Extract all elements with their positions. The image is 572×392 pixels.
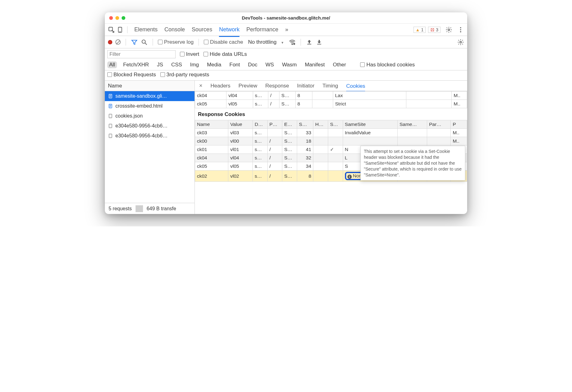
- column-header[interactable]: SameSite: [343, 120, 397, 129]
- type-chip-fetch[interactable]: Fetch/XHR: [121, 61, 151, 68]
- column-header[interactable]: P…: [267, 120, 282, 129]
- type-filter-row: All Fetch/XHR JS CSS Img Media Font Doc …: [105, 60, 467, 70]
- table-row[interactable]: ck00vl00s…/S…18M..: [195, 137, 467, 145]
- file-icon: [108, 94, 113, 99]
- request-name: e304e580-9956-4cb6…: [115, 133, 168, 139]
- column-header[interactable]: P: [451, 120, 467, 129]
- filter-input[interactable]: [107, 50, 176, 58]
- detail-tab-headers[interactable]: Headers: [211, 81, 230, 91]
- request-name: e304e580-9956-4cb6…: [115, 123, 168, 129]
- request-item[interactable]: cookies.json: [105, 111, 194, 121]
- column-header[interactable]: Par…: [427, 120, 451, 129]
- tabs-overflow-button[interactable]: »: [285, 24, 288, 35]
- file-icon: [108, 133, 113, 138]
- search-icon[interactable]: [141, 39, 148, 46]
- detail-tab-timing[interactable]: Timing: [323, 81, 338, 91]
- invert-checkbox[interactable]: Invert: [180, 51, 199, 57]
- tab-network[interactable]: Network: [219, 24, 239, 37]
- column-header[interactable]: S…: [297, 120, 313, 129]
- type-chip-ws[interactable]: WS: [264, 61, 276, 68]
- main-tabs: Elements Console Sources Network Perform…: [134, 24, 288, 35]
- column-header[interactable]: H…: [313, 120, 328, 129]
- request-item[interactable]: e304e580-9956-4cb6…: [105, 131, 194, 141]
- tab-performance[interactable]: Performance: [246, 24, 278, 35]
- secure-check-icon: ✓: [330, 147, 334, 152]
- throttling-select[interactable]: No throttling ▼: [246, 39, 286, 45]
- close-detail-button[interactable]: ×: [199, 82, 203, 89]
- kebab-menu-icon[interactable]: [457, 26, 464, 33]
- filter-toggle-icon[interactable]: [131, 39, 138, 46]
- upload-icon[interactable]: [306, 39, 313, 46]
- table-row[interactable]: ck05vl05s…/S…8StrictM..: [195, 100, 467, 108]
- type-chip-media[interactable]: Media: [205, 61, 223, 68]
- type-chip-manifest[interactable]: Manifest: [303, 61, 327, 68]
- svg-line-8: [145, 43, 147, 45]
- svg-rect-23: [109, 124, 112, 128]
- detail-tab-preview[interactable]: Preview: [239, 81, 257, 91]
- table-row[interactable]: ck04vl04s…/S…8LaxM..: [195, 91, 467, 100]
- has-blocked-cookies-checkbox[interactable]: Has blocked cookies: [360, 62, 415, 68]
- svg-point-7: [142, 40, 145, 43]
- detail-tab-cookies[interactable]: Cookies: [346, 82, 365, 92]
- clear-button[interactable]: [115, 39, 121, 45]
- tab-sources[interactable]: Sources: [192, 24, 212, 35]
- blocked-requests-checkbox[interactable]: Blocked Requests: [107, 72, 156, 78]
- transfer-size: 649 B transfe: [143, 206, 180, 212]
- inspect-icon[interactable]: [108, 26, 115, 33]
- download-icon[interactable]: [316, 39, 323, 46]
- detail-tab-initiator[interactable]: Initiator: [297, 81, 315, 91]
- request-item[interactable]: crosssite-embed.html: [105, 101, 194, 111]
- title-bar: DevTools - samesite-sandbox.glitch.me/: [105, 12, 467, 24]
- filter-row: Invert Hide data URLs: [105, 48, 467, 60]
- file-icon: [108, 114, 113, 118]
- request-item[interactable]: e304e580-9956-4cb6…: [105, 121, 194, 131]
- network-conditions-icon[interactable]: [289, 39, 296, 46]
- svg-rect-22: [109, 114, 112, 118]
- body-area: Name samesite-sandbox.gli… crosssite-emb…: [105, 81, 467, 214]
- column-header[interactable]: Value: [228, 120, 253, 129]
- svg-point-9: [292, 44, 293, 45]
- column-header[interactable]: E…: [282, 120, 297, 129]
- warnings-badge[interactable]: ▲1: [413, 27, 426, 33]
- errors-badge[interactable]: ⛝3: [428, 27, 440, 33]
- info-icon: i: [347, 175, 352, 179]
- third-party-checkbox[interactable]: 3rd-party requests: [160, 72, 209, 78]
- settings-gear-icon[interactable]: [445, 26, 452, 33]
- type-chip-other[interactable]: Other: [331, 61, 348, 68]
- response-cookies-title: Response Cookies: [195, 108, 467, 120]
- record-toggle[interactable]: [108, 40, 112, 44]
- hide-data-urls-checkbox[interactable]: Hide data URLs: [203, 51, 247, 57]
- svg-rect-11: [307, 44, 311, 44]
- tab-elements[interactable]: Elements: [134, 24, 158, 35]
- file-icon: [108, 123, 113, 128]
- svg-point-13: [460, 41, 462, 43]
- disable-cache-checkbox[interactable]: Disable cache: [204, 39, 243, 45]
- type-chip-css[interactable]: CSS: [169, 61, 184, 68]
- column-header[interactable]: Name: [195, 120, 228, 129]
- request-name: samesite-sandbox.gli…: [115, 93, 167, 99]
- type-chip-js[interactable]: JS: [155, 61, 165, 68]
- request-item[interactable]: samesite-sandbox.gli…: [105, 91, 194, 101]
- type-chip-wasm[interactable]: Wasm: [280, 61, 299, 68]
- tab-console[interactable]: Console: [164, 24, 185, 35]
- type-chip-doc[interactable]: Doc: [246, 61, 259, 68]
- requests-count: 5 requests: [105, 206, 136, 212]
- panel-settings-gear-icon[interactable]: [457, 39, 464, 46]
- request-footer: 5 requests 649 B transfe: [105, 203, 194, 214]
- device-toggle-icon[interactable]: [117, 26, 123, 33]
- preserve-log-checkbox[interactable]: Preserve log: [158, 39, 194, 45]
- type-chip-img[interactable]: Img: [188, 61, 201, 68]
- request-list-header[interactable]: Name: [105, 81, 194, 91]
- detail-tab-response[interactable]: Response: [265, 81, 289, 91]
- table-row[interactable]: ck03vl03s…S…33InvalidValueM..: [195, 129, 467, 137]
- detail-tabs: × Headers Preview Response Initiator Tim…: [195, 81, 467, 91]
- separator: [199, 39, 199, 46]
- svg-point-3: [448, 29, 450, 31]
- request-name: cookies.json: [115, 113, 143, 119]
- type-chip-font[interactable]: Font: [228, 61, 242, 68]
- column-header[interactable]: S…: [328, 120, 343, 129]
- type-chip-all[interactable]: All: [107, 61, 117, 68]
- column-header[interactable]: D…: [252, 120, 267, 129]
- column-header[interactable]: Same…: [397, 120, 427, 129]
- error-icon: ⛝: [430, 27, 435, 32]
